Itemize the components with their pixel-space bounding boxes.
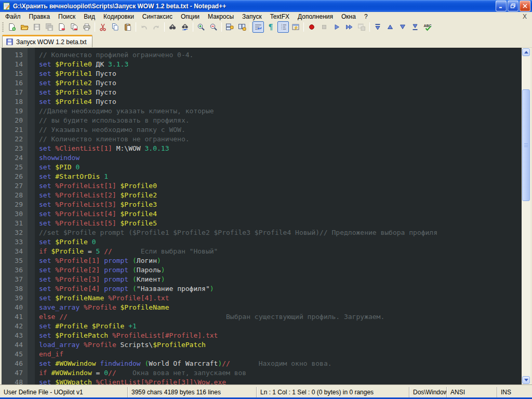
line-gutter (28, 322, 35, 331)
macro-run-multiple-button[interactable] (343, 21, 355, 33)
scrollbar-thumb[interactable] (522, 89, 530, 201)
zoom-out-button[interactable] (208, 21, 219, 33)
code-line-48: 48set $WOWpatch %ClientList[%Profile[3]]… (2, 378, 522, 384)
user-define-dialog-button[interactable] (290, 21, 301, 33)
line-text: // вы будите использовать в профилях. (35, 116, 190, 125)
line-text: set %Profile[3] prompt (Клиент) (35, 275, 165, 284)
toolbar-separator (303, 22, 304, 32)
zoom-in-button[interactable] (195, 21, 207, 33)
menu-окна[interactable]: Окна (337, 12, 360, 21)
goto-last-button[interactable] (409, 21, 421, 33)
line-text: set $ProfilePatch %ProfileList[#Profile]… (35, 331, 218, 340)
menu-правка[interactable]: Правка (25, 12, 55, 21)
replace-icon (181, 23, 189, 31)
menu-опции[interactable]: Опции (177, 12, 204, 21)
macro-save-button[interactable] (356, 21, 367, 33)
menu-файл[interactable]: Файл (1, 12, 25, 21)
menu-вид[interactable]: Вид (79, 12, 99, 21)
line-text: if #WOWwindow = 0// Окна вова нет, запус… (35, 368, 246, 378)
minimize-button[interactable] (496, 1, 507, 11)
line-gutter (28, 265, 35, 275)
line-number: 40 (2, 303, 28, 312)
line-number: 22 (2, 135, 28, 144)
line-gutter (28, 135, 35, 144)
line-text: set $Profile 0 (35, 237, 96, 247)
undo-button[interactable] (138, 21, 150, 33)
line-number: 28 (2, 191, 28, 200)
macro-play-button[interactable] (331, 21, 342, 33)
close-button[interactable] (520, 1, 530, 11)
menu-кодировки[interactable]: Кодировки (99, 12, 138, 21)
code-editor[interactable]: 13// Количество профилей ограничено 0-4.… (0, 48, 532, 384)
replace-button[interactable] (179, 21, 191, 33)
vertical-scrollbar[interactable] (522, 48, 530, 384)
code-line-46: 46set #WOWwindow findwindow (World Of Wa… (2, 359, 522, 368)
toolbar-separator (164, 22, 165, 32)
goto-next-button[interactable] (397, 21, 408, 33)
zoom-out-icon (209, 23, 218, 31)
scroll-up-arrow[interactable] (522, 48, 530, 56)
sync-scroll-vertical-button[interactable] (224, 21, 235, 33)
menu-запуск[interactable]: Запуск (238, 12, 266, 21)
save-button[interactable] (31, 21, 43, 33)
line-number: 36 (2, 265, 28, 275)
menu-макросы[interactable]: Макросы (204, 12, 238, 21)
title-bar: G:\Хранить вечно\uopilot\Scripts\Запуск … (0, 0, 532, 12)
line-number: 18 (2, 97, 28, 107)
indent-guide-button[interactable] (277, 21, 289, 33)
tab-zapusk-wow[interactable]: Запуск WOW 1.2 beta.txt (2, 35, 92, 47)
line-gutter (28, 256, 35, 265)
line-gutter (28, 144, 35, 153)
save-all-button[interactable] (44, 21, 55, 33)
menu-поиск[interactable]: Поиск (54, 12, 79, 21)
toolbar-separator (193, 22, 193, 32)
line-text: set $WOWpatch %ClientList[%Profile[3]]\W… (35, 378, 226, 384)
open-folder-button[interactable] (19, 21, 30, 33)
sync-scroll-horizontal-button[interactable] (236, 21, 248, 33)
menu-синтаксис[interactable]: Синтаксис (138, 12, 177, 21)
code-line-25: 25set $PID 0 (2, 163, 522, 172)
status-bar: User Define File - UOpilot v1 3959 chars… (0, 387, 532, 397)
macro-record-button[interactable] (306, 21, 317, 33)
redo-button[interactable] (151, 21, 162, 33)
scroll-down-arrow[interactable] (522, 376, 530, 384)
print-button[interactable] (81, 21, 92, 33)
menu-дополнения[interactable]: Дополнения (294, 12, 337, 21)
code-lines: 13// Количество профилей ограничено 0-4.… (2, 48, 522, 384)
goto-prev-button[interactable] (384, 21, 396, 33)
saved-file-icon (6, 38, 14, 46)
code-line-13: 13// Количество профилей ограничено 0-4. (2, 50, 522, 60)
code-line-26: 26set #StartOrDis 1 (2, 172, 522, 181)
menu-?[interactable]: ? (360, 12, 372, 21)
document-close-x[interactable]: X (517, 13, 532, 20)
line-gutter (28, 237, 35, 247)
line-number: 19 (2, 107, 28, 116)
close-all-files-button[interactable] (69, 21, 80, 33)
line-gutter (28, 294, 35, 303)
line-number: 29 (2, 200, 28, 209)
status-insert-mode[interactable]: INS (497, 387, 532, 397)
code-line-37: 37set %Profile[3] prompt (Клиент) (2, 275, 522, 284)
find-button[interactable] (167, 21, 178, 33)
code-line-35: 35set %Profile[1] prompt (Логин) (2, 256, 522, 265)
paste-button[interactable] (122, 21, 134, 33)
show-all-characters-icon: ¶ (267, 23, 275, 31)
cut-button[interactable] (97, 21, 109, 33)
toolbar-separator (369, 22, 370, 32)
word-wrap-button[interactable] (252, 21, 264, 33)
close-file-button[interactable] (56, 21, 68, 33)
copy-button[interactable] (110, 21, 121, 33)
word-wrap-icon (254, 23, 262, 31)
spell-check-button[interactable]: ABC (422, 21, 433, 33)
line-text: set #WOWwindow findwindow (World Of Warc… (35, 359, 332, 368)
show-all-characters-button[interactable]: ¶ (265, 21, 276, 33)
macro-stop-button[interactable] (318, 21, 330, 33)
close-all-files-icon (70, 23, 78, 31)
new-file-button[interactable] (6, 21, 18, 33)
goto-first-button[interactable] (372, 21, 383, 33)
restore-button[interactable] (508, 1, 518, 11)
menu-textfx[interactable]: TextFX (266, 12, 294, 21)
goto-prev-icon (386, 23, 394, 31)
zoom-in-icon (197, 23, 205, 31)
toolbar-grip[interactable] (2, 22, 4, 32)
